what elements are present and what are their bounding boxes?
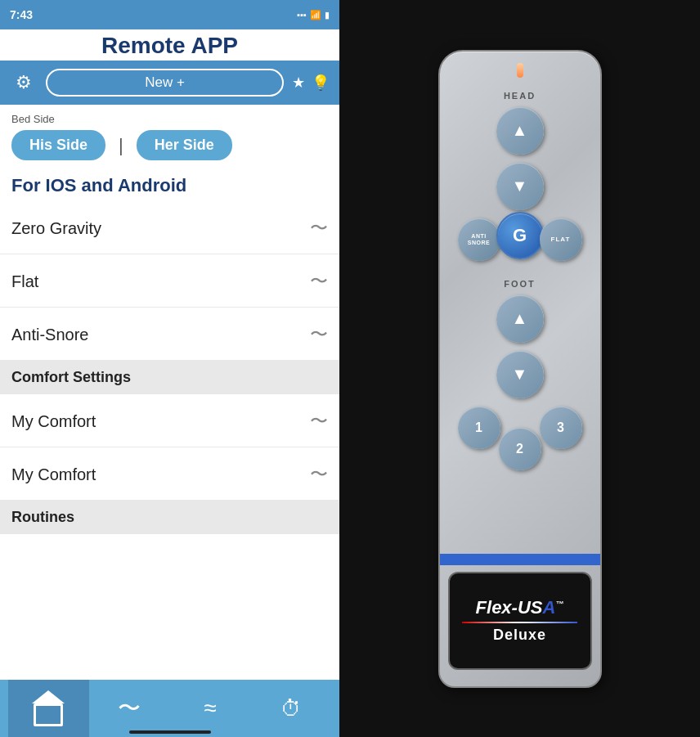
status-icons: ▪▪▪ 📶 ▮ xyxy=(297,10,330,20)
center-g-button[interactable]: G xyxy=(496,212,544,259)
list-item[interactable]: Anti-Snore 〜 xyxy=(0,308,339,361)
remote-indicator xyxy=(517,63,523,78)
menu-list: Zero Gravity 〜 Flat 〜 Anti-Snore 〜 Comfo… xyxy=(0,201,339,680)
nav-right-icons: ★ 💡 xyxy=(292,74,330,92)
down-arrow-icon xyxy=(512,365,528,384)
flat-label: Flat xyxy=(11,272,38,291)
brand-deluxe: Deluxe xyxy=(493,627,546,644)
foot-up-button[interactable] xyxy=(496,295,544,343)
up-arrow-icon xyxy=(512,309,528,328)
bottom-indicator xyxy=(129,730,211,734)
bed-divider: | xyxy=(119,135,123,156)
foot-down-button[interactable] xyxy=(496,351,544,398)
remote-panel: HEAD ANTISNORE G FLAT FOOT xyxy=(339,0,700,737)
flat-button[interactable]: FLAT xyxy=(540,218,582,261)
list-item[interactable]: Zero Gravity 〜 xyxy=(0,201,339,254)
head-up-button[interactable] xyxy=(496,107,544,155)
list-item[interactable]: My Comfort 〜 xyxy=(0,394,339,447)
his-side-button[interactable]: His Side xyxy=(11,130,105,160)
new-button[interactable]: New + xyxy=(46,69,284,97)
anti-snore-button[interactable]: ANTISNORE xyxy=(458,218,500,261)
up-arrow-icon xyxy=(512,121,528,140)
clock-icon: ⏱ xyxy=(280,696,302,721)
routines-header: Routines xyxy=(0,501,339,534)
list-item[interactable]: Flat 〜 xyxy=(0,254,339,308)
bluetooth-icon[interactable]: ★ xyxy=(292,74,305,92)
brand-underline xyxy=(462,622,577,623)
tab-clock[interactable]: ⏱ xyxy=(250,680,331,737)
foot-label: FOOT xyxy=(504,279,536,289)
button-1-label: 1 xyxy=(475,420,482,435)
bed-side-section: Bed Side His Side | Her Side xyxy=(0,105,339,167)
battery-icon: ▮ xyxy=(325,10,330,20)
tilde-icon: 〜 xyxy=(310,409,328,434)
down-arrow-icon xyxy=(512,177,528,195)
button-2-label: 2 xyxy=(516,442,523,456)
anti-snore-label: Anti-Snore xyxy=(11,326,89,344)
zero-gravity-label: Zero Gravity xyxy=(11,219,101,238)
gear-icon[interactable]: ⚙ xyxy=(10,69,38,97)
app-title: Remote APP xyxy=(101,33,238,58)
my-comfort-2-label: My Comfort xyxy=(11,465,96,484)
tilde-icon: 〜 xyxy=(310,216,328,240)
head-label: HEAD xyxy=(504,91,536,101)
g-label: G xyxy=(513,225,527,246)
tab-bar: 〜 ≈ ⏱ xyxy=(0,680,339,737)
remote-container: HEAD ANTISNORE G FLAT FOOT xyxy=(438,50,602,688)
tilde-icon: 〜 xyxy=(310,462,328,487)
tab-home[interactable] xyxy=(8,680,89,737)
button-3[interactable]: 3 xyxy=(540,407,582,449)
light-icon[interactable]: 💡 xyxy=(312,74,330,92)
button-3-label: 3 xyxy=(557,420,564,435)
nav-bar: ⚙ New + ★ 💡 xyxy=(0,61,339,105)
bed-side-buttons: His Side | Her Side xyxy=(11,130,328,160)
for-ios-text: For IOS and Android xyxy=(11,175,328,196)
tab-wave[interactable]: 〜 xyxy=(89,680,170,737)
brand-s: S xyxy=(531,597,543,618)
phone-panel: 7:43 ▪▪▪ 📶 ▮ Remote APP ⚙ New + ★ 💡 Bed … xyxy=(0,0,339,737)
tilde-icon: 〜 xyxy=(310,269,328,294)
remote-brand-box: Flex-USA™ Deluxe xyxy=(448,572,592,670)
her-side-button[interactable]: Her Side xyxy=(137,130,232,160)
wifi-icon: 📶 xyxy=(310,10,321,20)
wave-icon: 〜 xyxy=(118,693,141,724)
status-bar: 7:43 ▪▪▪ 📶 ▮ xyxy=(0,0,339,29)
my-comfort-1-label: My Comfort xyxy=(11,412,96,431)
signal-icon: ▪▪▪ xyxy=(297,10,307,20)
button-2[interactable]: 2 xyxy=(499,428,541,470)
tab-double-wave[interactable]: ≈ xyxy=(170,680,251,737)
bed-side-label: Bed Side xyxy=(11,113,328,125)
brand-tm: ™ xyxy=(555,600,563,609)
for-ios-section: For IOS and Android xyxy=(0,167,339,201)
comfort-settings-header: Comfort Settings xyxy=(0,361,339,394)
status-time: 7:43 xyxy=(10,8,33,21)
list-item[interactable]: My Comfort 〜 xyxy=(0,447,339,501)
double-wave-icon: ≈ xyxy=(204,695,216,721)
flat-label: FLAT xyxy=(551,236,571,243)
brand-a: A xyxy=(543,597,556,618)
brand-flex: Flex-U xyxy=(476,597,531,618)
brand-name: Flex-USA™ xyxy=(476,597,564,618)
app-title-bar: Remote APP xyxy=(0,29,339,61)
tilde-icon: 〜 xyxy=(310,322,328,347)
head-down-button[interactable] xyxy=(496,163,544,210)
button-1[interactable]: 1 xyxy=(458,407,500,449)
remote-stripe xyxy=(440,554,600,565)
remote-body: HEAD ANTISNORE G FLAT FOOT xyxy=(438,50,602,688)
anti-snore-label: ANTISNORE xyxy=(468,233,490,245)
